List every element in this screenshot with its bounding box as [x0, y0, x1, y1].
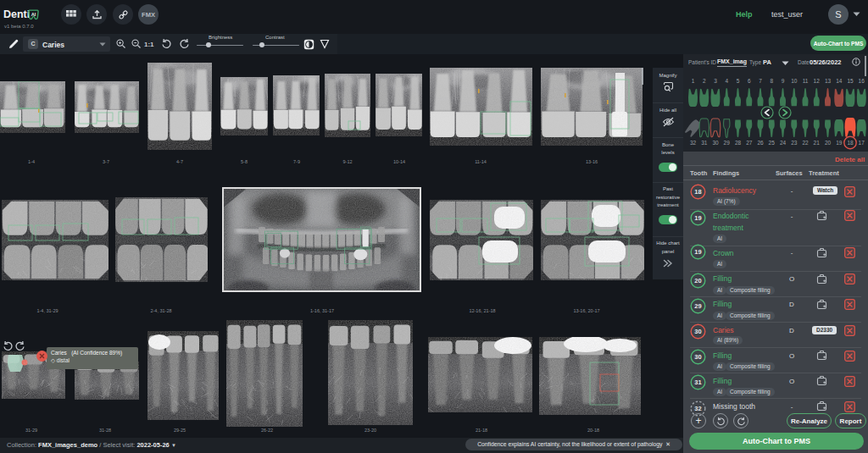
svg-text:1: 1 [692, 78, 695, 84]
svg-text:18: 18 [847, 140, 854, 146]
svg-text:30: 30 [712, 140, 719, 146]
svg-text:19: 19 [836, 140, 843, 146]
svg-text:13: 13 [825, 78, 832, 84]
svg-text:15: 15 [847, 78, 854, 84]
svg-text:7: 7 [759, 78, 762, 84]
svg-text:12: 12 [814, 78, 821, 84]
svg-text:17: 17 [859, 140, 865, 146]
svg-text:19: 19 [694, 248, 701, 256]
svg-text:31: 31 [701, 140, 708, 146]
svg-text:24: 24 [780, 140, 787, 146]
svg-text:16: 16 [859, 78, 865, 84]
svg-text:9: 9 [782, 78, 785, 84]
svg-text:19: 19 [694, 214, 701, 222]
svg-text:14: 14 [836, 78, 843, 84]
svg-text:29: 29 [724, 140, 731, 146]
svg-text:10: 10 [791, 78, 798, 84]
svg-text:6: 6 [748, 78, 751, 84]
svg-text:32: 32 [694, 405, 701, 412]
svg-text:26: 26 [757, 140, 764, 146]
svg-text:3: 3 [714, 78, 717, 84]
svg-text:28: 28 [735, 140, 742, 146]
svg-text:18: 18 [694, 188, 701, 196]
svg-text:8: 8 [770, 78, 773, 84]
svg-text:20: 20 [694, 277, 701, 285]
svg-text:30: 30 [694, 328, 701, 335]
svg-text:2: 2 [703, 78, 706, 84]
svg-text:21: 21 [814, 140, 821, 146]
svg-text:20: 20 [825, 140, 832, 146]
svg-text:32: 32 [690, 140, 697, 146]
svg-text:29: 29 [694, 302, 701, 310]
svg-text:23: 23 [791, 140, 798, 146]
svg-text:27: 27 [746, 140, 753, 146]
svg-text:5: 5 [737, 78, 740, 84]
svg-text:AI: AI [31, 12, 36, 17]
svg-text:30: 30 [694, 353, 701, 361]
svg-text:4: 4 [725, 78, 728, 84]
svg-text:31: 31 [694, 378, 701, 386]
svg-text:11: 11 [803, 78, 809, 84]
svg-text:22: 22 [802, 140, 809, 146]
svg-text:25: 25 [769, 140, 776, 146]
